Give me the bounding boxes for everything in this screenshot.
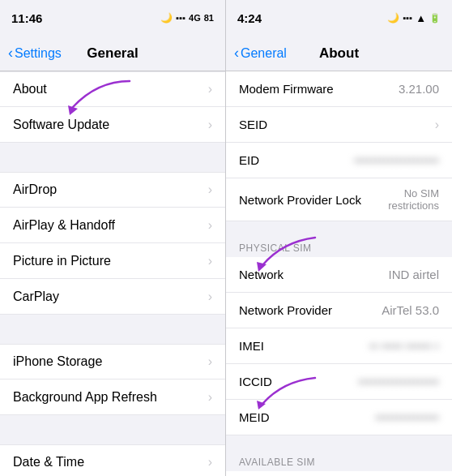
list-item-airplay[interactable]: AirPlay & Handoff ›	[0, 208, 225, 243]
bg-refresh-chevron: ›	[208, 390, 212, 405]
network-key: Network	[239, 268, 284, 281]
left-nav-title: General	[87, 45, 138, 62]
date-time-label: Date & Time	[13, 455, 84, 470]
picture-label: Picture in Picture	[13, 254, 111, 268]
airplay-label: AirPlay & Handoff	[13, 218, 115, 233]
seid-key: SEID	[239, 118, 267, 131]
right-status-icons: 🌙 ▪▪▪ ▲ 🔋	[387, 12, 441, 24]
seid-chevron: ›	[435, 118, 439, 132]
right-panel: 4:24 🌙 ▪▪▪ ▲ 🔋 ‹ General About Modem Fi	[226, 0, 452, 476]
iphone-storage-chevron: ›	[208, 354, 212, 369]
right-content: Modem Firmware 3.21.00 SEID › EID ••••••…	[226, 71, 452, 476]
left-status-icons: 🌙 ▪▪▪ 4G 81	[160, 12, 214, 24]
right-moon-icon: 🌙	[387, 12, 399, 24]
picture-chevron: ›	[208, 254, 212, 268]
right-item-modem: Modem Firmware 3.21.00	[226, 71, 452, 107]
bg-refresh-label: Background App Refresh	[13, 390, 157, 405]
physical-sim-gap	[226, 221, 452, 238]
physical-sim-header: PHYSICAL SIM	[226, 238, 452, 257]
left-back-button[interactable]: ‹ Settings	[8, 45, 62, 62]
meid-value: •••••••••••••••	[375, 410, 439, 424]
modem-key: Modem Firmware	[239, 82, 334, 96]
gap-2	[0, 315, 225, 344]
available-sim-header: AVAILABLE SIM	[226, 452, 452, 471]
date-time-chevron: ›	[208, 455, 212, 470]
left-status-bar: 11:46 🌙 ▪▪▪ 4G 81	[0, 0, 225, 36]
network-icon: 4G	[189, 13, 201, 23]
iphone-storage-label: iPhone Storage	[13, 354, 102, 369]
right-item-network: Network IND airtel	[226, 257, 452, 293]
right-item-network-provider: Network Provider AirTel 53.0	[226, 293, 452, 328]
section-date: Date & Time › Keyboard › Fonts › Languag…	[0, 444, 225, 476]
carplay-label: CarPlay	[13, 289, 59, 304]
right-wifi-icon: ▲	[416, 12, 426, 24]
right-back-label[interactable]: General	[241, 46, 287, 61]
software-update-label: Software Update	[13, 118, 109, 132]
software-update-chevron: ›	[208, 118, 212, 132]
right-battery-icon: 🔋	[429, 13, 441, 24]
right-item-seid[interactable]: SEID ›	[226, 107, 452, 143]
back-label[interactable]: Settings	[15, 46, 62, 61]
right-item-network-lock: Network Provider Lock No SIM restriction…	[226, 178, 452, 221]
imei-value: •• ••••• •••••• •	[369, 339, 439, 353]
carplay-chevron: ›	[208, 289, 212, 304]
left-nav-bar: ‹ Settings General	[0, 36, 225, 71]
right-time: 4:24	[237, 11, 262, 25]
network-provider-value: AirTel 53.0	[382, 303, 439, 317]
list-item-iphone-storage[interactable]: iPhone Storage ›	[0, 344, 225, 380]
modem-value: 3.21.00	[399, 82, 439, 96]
eid-key: EID	[239, 153, 259, 167]
physical-sim-section: Network IND airtel Network Provider AirT…	[226, 257, 452, 435]
eid-value: ••••••••••••••••••••	[354, 153, 439, 167]
about-chevron: ›	[208, 82, 212, 96]
section-airdrop: AirDrop › AirPlay & Handoff › Picture in…	[0, 172, 225, 315]
list-item-about[interactable]: About ›	[0, 71, 225, 107]
list-item-carplay[interactable]: CarPlay ›	[0, 279, 225, 315]
meid-key: MEID	[239, 410, 270, 424]
list-item-bg-refresh[interactable]: Background App Refresh ›	[0, 380, 225, 415]
gap-1	[0, 143, 225, 172]
iccid-key: ICCID	[239, 375, 272, 388]
list-item-software-update[interactable]: Software Update ›	[0, 107, 225, 143]
left-chevron-icon: ‹	[8, 45, 13, 62]
right-item-meid: MEID •••••••••••••••	[226, 400, 452, 435]
right-back-button[interactable]: ‹ General	[234, 45, 287, 62]
left-panel: 11:46 🌙 ▪▪▪ 4G 81 ‹ Settings General Abo…	[0, 0, 226, 476]
right-chevron-icon: ‹	[234, 45, 239, 62]
left-time: 11:46	[11, 11, 42, 25]
right-status-bar: 4:24 🌙 ▪▪▪ ▲ 🔋	[226, 0, 452, 36]
about-label: About	[13, 82, 47, 96]
right-item-iccid: ICCID •••••••••••••••••••	[226, 364, 452, 400]
gap-3	[0, 415, 225, 444]
network-lock-value: No SIM restrictions	[361, 187, 439, 212]
network-lock-key: Network Provider Lock	[239, 193, 361, 207]
left-settings-list: About › Software Update › AirDrop › AirP…	[0, 71, 225, 476]
right-item-imei: IMEI •• ••••• •••••• •	[226, 328, 452, 364]
network-provider-key: Network Provider	[239, 303, 332, 317]
airplay-chevron: ›	[208, 218, 212, 233]
signal-icon: ▪▪▪	[176, 13, 185, 23]
imei-key: IMEI	[239, 339, 264, 353]
right-item-eid: EID ••••••••••••••••••••	[226, 143, 452, 178]
network-value: IND airtel	[388, 268, 439, 281]
available-sim-gap	[226, 435, 452, 452]
right-nav-title: About	[319, 45, 359, 62]
airdrop-label: AirDrop	[13, 182, 57, 197]
list-item-date-time[interactable]: Date & Time ›	[0, 444, 225, 476]
list-item-airdrop[interactable]: AirDrop ›	[0, 172, 225, 208]
moon-icon: 🌙	[160, 12, 173, 24]
right-item-imei2: IMEI2 •• ••••• •••••• •	[226, 471, 452, 476]
section-about: About › Software Update ›	[0, 71, 225, 143]
list-item-picture[interactable]: Picture in Picture ›	[0, 243, 225, 279]
battery-icon: 81	[204, 13, 214, 23]
right-nav-bar: ‹ General About	[226, 36, 452, 71]
airdrop-chevron: ›	[208, 182, 212, 197]
right-signal-icon: ▪▪▪	[403, 13, 412, 23]
available-sim-section: IMEI2 •• ••••• •••••• •	[226, 471, 452, 476]
right-top-section: Modem Firmware 3.21.00 SEID › EID ••••••…	[226, 71, 452, 221]
section-storage: iPhone Storage › Background App Refresh …	[0, 344, 225, 415]
iccid-value: •••••••••••••••••••	[358, 375, 439, 388]
